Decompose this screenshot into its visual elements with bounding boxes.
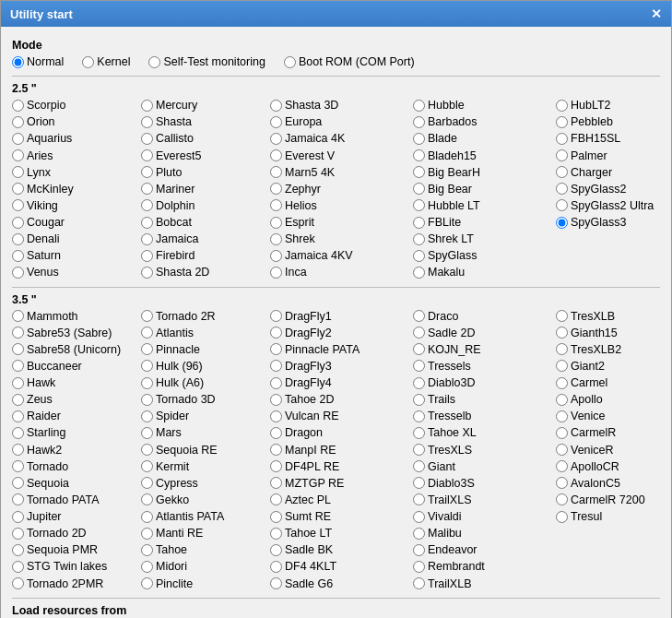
radio-df44klt[interactable]: DF4 4KLT (270, 558, 413, 575)
radio-df4plre[interactable]: DF4PL RE (270, 458, 413, 475)
radio-atlantispata[interactable]: Atlantis PATA (141, 508, 270, 525)
radio-sabre53[interactable]: Sabre53 (Sabre) (12, 325, 141, 341)
radio-sequoiare[interactable]: Sequoia RE (141, 442, 270, 458)
radio-kojnre[interactable]: KOJN_RE (413, 341, 556, 358)
radio-barbados[interactable]: Barbados (413, 113, 556, 130)
radio-aquarius[interactable]: Aquarius (12, 130, 141, 147)
radio-europa[interactable]: Europa (270, 113, 413, 130)
radio-denali[interactable]: Denali (12, 231, 141, 247)
radio-lynx[interactable]: Lynx (12, 164, 141, 181)
radio-tresul[interactable]: Tresul (556, 508, 672, 525)
radio-mariner[interactable]: Mariner (141, 181, 270, 197)
radio-trailxlb[interactable]: TrailXLB (413, 576, 556, 592)
mode-normal[interactable]: Normal (12, 53, 64, 70)
radio-marn5[interactable]: Marn5 4K (270, 164, 413, 181)
radio-bigbear[interactable]: Big Bear (413, 181, 556, 197)
radio-sequoiapmr[interactable]: Sequoia PMR (12, 541, 141, 558)
radio-mantire[interactable]: Manti RE (141, 525, 270, 541)
radio-helios[interactable]: Helios (270, 197, 413, 214)
radio-orion[interactable]: Orion (12, 113, 141, 130)
radio-dragfly1[interactable]: DragFly1 (270, 308, 413, 325)
radio-tressels[interactable]: Tressels (413, 358, 556, 374)
radio-shrek[interactable]: Shrek (270, 231, 413, 247)
radio-pinnapata[interactable]: Pinnacle PATA (270, 341, 413, 358)
radio-starling[interactable]: Starling (12, 424, 141, 441)
radio-tresxls[interactable]: TresXLS (413, 442, 556, 458)
radio-vivaldi[interactable]: Vivaldi (413, 508, 556, 525)
radio-tahoe2d[interactable]: Tahoe 2D (270, 391, 413, 408)
radio-draco[interactable]: Draco (413, 308, 556, 325)
radio-makalu[interactable]: Makalu (413, 264, 556, 280)
radio-cougar[interactable]: Cougar (12, 214, 141, 231)
radio-shreklt[interactable]: Shrek LT (413, 231, 556, 247)
radio-kermit[interactable]: Kermit (141, 458, 270, 475)
radio-giant[interactable]: Giant (413, 458, 556, 475)
mode-bootrom[interactable]: Boot ROM (COM Port) (284, 53, 415, 70)
radio-trailxls[interactable]: TrailXLS (413, 492, 556, 508)
radio-jupiter[interactable]: Jupiter (12, 508, 141, 525)
radio-rembrandt[interactable]: Rembrandt (413, 558, 556, 575)
radio-bobcat[interactable]: Bobcat (141, 214, 270, 231)
radio-saturn[interactable]: Saturn (12, 247, 141, 264)
radio-zeus[interactable]: Zeus (12, 391, 141, 408)
radio-shasta[interactable]: Shasta (141, 113, 270, 130)
radio-hubble[interactable]: Hubble (413, 97, 556, 113)
radio-palmer[interactable]: Palmer (556, 148, 672, 164)
radio-apollo[interactable]: Apollo (556, 391, 672, 408)
radio-venus[interactable]: Venus (12, 264, 141, 280)
radio-spyglass2ultra[interactable]: SpyGlass2 Ultra (556, 197, 672, 214)
radio-esprit[interactable]: Esprit (270, 214, 413, 231)
mode-selftest[interactable]: Self-Test monitoring (148, 53, 265, 70)
radio-gianth15[interactable]: Gianth15 (556, 325, 672, 341)
radio-sadlebk[interactable]: Sadle BK (270, 541, 413, 558)
radio-dolphin[interactable]: Dolphin (141, 197, 270, 214)
radio-raider[interactable]: Raider (12, 408, 141, 424)
radio-hawk[interactable]: Hawk (12, 374, 141, 391)
radio-stgtwin[interactable]: STG Twin lakes (12, 558, 141, 575)
close-button[interactable]: ✕ (651, 6, 662, 21)
radio-sabre58[interactable]: Sabre58 (Unicorn) (12, 341, 141, 358)
radio-venice[interactable]: Venice (556, 408, 672, 424)
radio-mckinley[interactable]: McKinley (12, 181, 141, 197)
radio-shasta3d[interactable]: Shasta 3D (270, 97, 413, 113)
mode-kernel[interactable]: Kernel (82, 53, 130, 70)
radio-apollocr[interactable]: ApolloCR (556, 458, 672, 475)
radio-fblite[interactable]: FBLite (413, 214, 556, 231)
radio-hublt2[interactable]: HubLT2 (556, 97, 672, 113)
radio-spider[interactable]: Spider (141, 408, 270, 424)
radio-carmelr7200[interactable]: CarmelR 7200 (556, 492, 672, 508)
radio-spyglass2[interactable]: SpyGlass2 (556, 181, 672, 197)
radio-hulk96[interactable]: Hulk (96) (141, 358, 270, 374)
radio-pinnacle[interactable]: Pinnacle (141, 341, 270, 358)
radio-charger[interactable]: Charger (556, 164, 672, 181)
radio-carmel[interactable]: Carmel (556, 374, 672, 391)
radio-tornado3d[interactable]: Tornado 3D (141, 391, 270, 408)
radio-tresxlb2[interactable]: TresXLB2 (556, 341, 672, 358)
radio-pebbleb[interactable]: Pebbleb (556, 113, 672, 130)
radio-aries[interactable]: Aries (12, 148, 141, 164)
radio-midori[interactable]: Midori (141, 558, 270, 575)
radio-firebird[interactable]: Firebird (141, 247, 270, 264)
radio-diablo3s[interactable]: Diablo3S (413, 475, 556, 492)
radio-tornado2r[interactable]: Tornado 2R (141, 308, 270, 325)
radio-trails[interactable]: Trails (413, 391, 556, 408)
radio-tornado2pmr[interactable]: Tornado 2PMR (12, 576, 141, 592)
radio-manplre[interactable]: ManpI RE (270, 442, 413, 458)
radio-mztgpre[interactable]: MZTGP RE (270, 475, 413, 492)
radio-pluto[interactable]: Pluto (141, 164, 270, 181)
radio-jamaica[interactable]: Jamaica (141, 231, 270, 247)
radio-hawk2[interactable]: Hawk2 (12, 442, 141, 458)
radio-tornado2d[interactable]: Tornado 2D (12, 525, 141, 541)
radio-shasta2d[interactable]: Shasta 2D (141, 264, 270, 280)
radio-jamaica4k[interactable]: Jamaica 4K (270, 130, 413, 147)
radio-tahoe[interactable]: Tahoe (141, 541, 270, 558)
radio-taoelt[interactable]: Tahoe LT (270, 525, 413, 541)
radio-viking[interactable]: Viking (12, 197, 141, 214)
radio-giant2[interactable]: Giant2 (556, 358, 672, 374)
radio-tornadopata[interactable]: Tornado PATA (12, 492, 141, 508)
radio-sadleg6[interactable]: Sadle G6 (270, 576, 413, 592)
radio-tahoexl[interactable]: Tahoe XL (413, 424, 556, 441)
radio-mars[interactable]: Mars (141, 424, 270, 441)
radio-venicer[interactable]: VeniceR (556, 442, 672, 458)
radio-sumtre[interactable]: Sumt RE (270, 508, 413, 525)
